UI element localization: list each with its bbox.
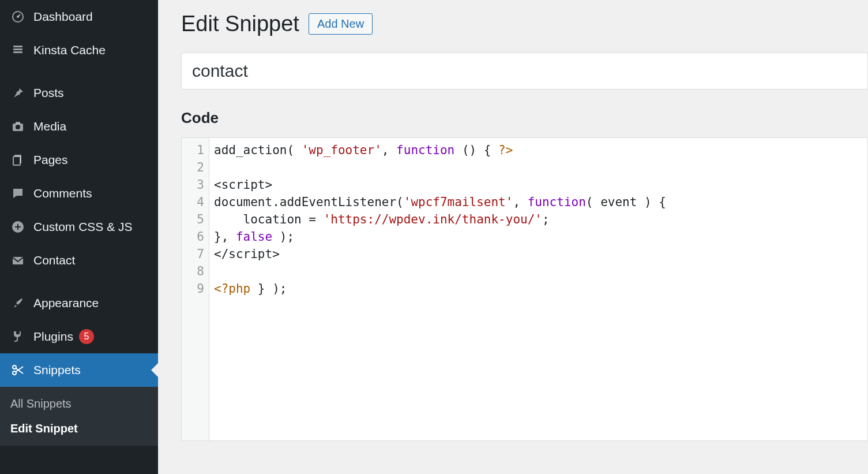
line-number: 9 (182, 280, 204, 297)
admin-sidebar: DashboardKinsta CachePostsMediaPagesComm… (0, 0, 158, 474)
plug-icon (9, 330, 27, 344)
code-line[interactable]: document.addEventListener('wpcf7mailsent… (214, 193, 666, 211)
line-gutter: 123456789 (182, 138, 209, 441)
line-number: 2 (182, 159, 204, 176)
sidebar-item-label: Contact (33, 253, 75, 267)
code-line[interactable] (214, 159, 666, 176)
svg-rect-7 (16, 122, 20, 124)
svg-point-1 (17, 16, 19, 18)
envelope-icon (9, 253, 27, 267)
comment-icon (9, 186, 27, 200)
svg-rect-4 (13, 51, 22, 53)
code-area[interactable]: add_action( 'wp_footer', function () { ?… (209, 138, 672, 441)
svg-point-12 (13, 365, 16, 369)
line-number: 1 (182, 141, 204, 159)
code-editor[interactable]: 123456789 add_action( 'wp_footer', funct… (181, 137, 868, 441)
sidebar-item-label: Media (33, 120, 66, 133)
sidebar-item-label: Snippets (33, 363, 81, 377)
svg-rect-9 (13, 156, 20, 165)
sidebar-item-posts[interactable]: Posts (0, 76, 158, 110)
gauge-icon (9, 10, 27, 24)
sidebar-submenu: All SnippetsEdit Snippet (0, 387, 158, 446)
sidebar-item-contact[interactable]: Contact (0, 244, 158, 277)
sidebar-item-label: Plugins (33, 330, 73, 344)
line-number: 8 (182, 263, 204, 280)
submenu-item-edit-snippet[interactable]: Edit Snippet (0, 416, 158, 441)
submenu-item-all-snippets[interactable]: All Snippets (0, 391, 158, 416)
code-line[interactable]: add_action( 'wp_footer', function () { ?… (214, 141, 666, 159)
svg-rect-3 (13, 48, 22, 50)
pages-icon (9, 153, 27, 167)
sidebar-item-label: Dashboard (33, 10, 93, 24)
camera-icon (9, 120, 27, 133)
code-line[interactable]: }, false ); (214, 228, 666, 245)
line-number: 7 (182, 245, 204, 263)
sidebar-item-label: Kinsta Cache (33, 43, 106, 57)
main-content: Edit Snippet Add New Code 123456789 add_… (158, 0, 868, 474)
line-number: 5 (182, 211, 204, 228)
sidebar-item-media[interactable]: Media (0, 110, 158, 143)
code-line[interactable] (214, 263, 666, 280)
code-line[interactable]: location = 'https://wpdev.ink/thank-you/… (214, 211, 666, 228)
sidebar-item-plugins[interactable]: Plugins5 (0, 320, 158, 353)
line-number: 3 (182, 176, 204, 193)
snippet-title-input[interactable] (181, 53, 868, 89)
sidebar-item-label: Comments (33, 186, 92, 200)
sidebar-item-pages[interactable]: Pages (0, 143, 158, 177)
add-new-button[interactable]: Add New (309, 13, 373, 35)
scissors-icon (9, 363, 27, 377)
svg-point-6 (16, 125, 20, 129)
heading-row: Edit Snippet Add New (181, 12, 868, 36)
svg-point-13 (13, 371, 16, 375)
sidebar-item-snippets[interactable]: Snippets (0, 353, 158, 387)
plus-circle-icon (9, 220, 27, 234)
sidebar-item-label: Posts (33, 86, 64, 100)
code-line[interactable]: <?php } ); (214, 280, 666, 297)
pushpin-icon (9, 86, 27, 100)
sidebar-item-label: Custom CSS & JS (33, 220, 133, 234)
code-line[interactable]: </script> (214, 245, 666, 263)
code-line[interactable]: <script> (214, 176, 666, 193)
sidebar-item-label: Pages (33, 153, 68, 167)
sidebar-item-label: Appearance (33, 296, 99, 310)
sidebar-item-comments[interactable]: Comments (0, 177, 158, 210)
server-icon (9, 43, 27, 57)
brush-icon (9, 296, 27, 310)
sidebar-item-appearance[interactable]: Appearance (0, 286, 158, 320)
sidebar-item-dashboard[interactable]: Dashboard (0, 0, 158, 33)
sidebar-item-kinsta-cache[interactable]: Kinsta Cache (0, 33, 158, 67)
code-heading: Code (181, 109, 868, 127)
update-badge: 5 (79, 329, 94, 344)
sidebar-item-custom-css-js[interactable]: Custom CSS & JS (0, 210, 158, 244)
line-number: 6 (182, 228, 204, 245)
page-title: Edit Snippet (181, 12, 299, 36)
line-number: 4 (182, 193, 204, 211)
svg-rect-2 (13, 46, 22, 47)
